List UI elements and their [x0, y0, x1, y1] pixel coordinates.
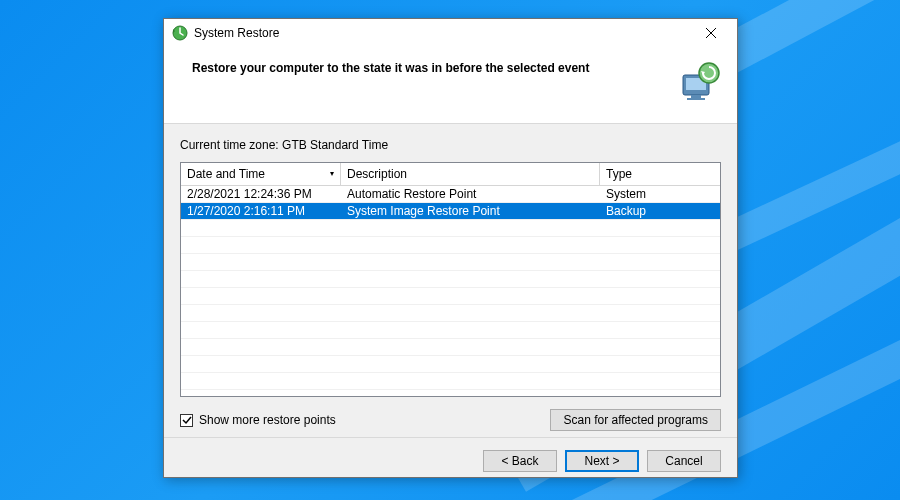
table-row [181, 271, 720, 288]
cell-description [341, 390, 600, 397]
table-body: 2/28/2021 12:24:36 PMAutomatic Restore P… [181, 186, 720, 397]
cell-date-time [181, 237, 341, 253]
table-row [181, 373, 720, 390]
checkmark-icon [182, 415, 192, 425]
table-row [181, 339, 720, 356]
table-row [181, 288, 720, 305]
cell-date-time [181, 339, 341, 355]
svg-rect-4 [687, 98, 705, 100]
cell-date-time [181, 271, 341, 287]
table-row [181, 305, 720, 322]
cell-date-time [181, 220, 341, 236]
system-restore-icon [172, 25, 188, 41]
cell-type [600, 390, 720, 397]
dialog-header: Restore your computer to the state it wa… [164, 47, 737, 124]
table-row [181, 220, 720, 237]
cell-date-time: 2/28/2021 12:24:36 PM [181, 186, 341, 202]
close-button[interactable] [691, 19, 731, 47]
cell-description [341, 305, 600, 321]
table-row [181, 356, 720, 373]
cancel-button[interactable]: Cancel [647, 450, 721, 472]
cell-type [600, 271, 720, 287]
window-title: System Restore [194, 26, 691, 40]
show-more-checkbox[interactable]: Show more restore points [180, 413, 336, 427]
cell-date-time [181, 356, 341, 372]
table-row[interactable]: 2/28/2021 12:24:36 PMAutomatic Restore P… [181, 186, 720, 203]
table-row [181, 390, 720, 397]
close-icon [706, 28, 716, 38]
cell-type [600, 305, 720, 321]
cell-description [341, 288, 600, 304]
cell-date-time [181, 254, 341, 270]
next-button[interactable]: Next > [565, 450, 639, 472]
cell-description: Automatic Restore Point [341, 186, 600, 202]
cell-description [341, 339, 600, 355]
scan-affected-button[interactable]: Scan for affected programs [550, 409, 721, 431]
table-row[interactable]: 1/27/2020 2:16:11 PMSystem Image Restore… [181, 203, 720, 220]
cell-type [600, 254, 720, 270]
column-type[interactable]: Type [600, 163, 720, 185]
cell-type: System [600, 186, 720, 202]
cell-type [600, 356, 720, 372]
column-description[interactable]: Description [341, 163, 600, 185]
column-label: Date and Time [187, 167, 265, 181]
cell-description [341, 373, 600, 389]
table-row [181, 254, 720, 271]
header-text: Restore your computer to the state it wa… [192, 61, 669, 75]
system-restore-dialog: System Restore Restore your computer to … [163, 18, 738, 478]
cell-date-time [181, 288, 341, 304]
dialog-footer: < Back Next > Cancel [164, 437, 737, 484]
titlebar: System Restore [164, 19, 737, 47]
column-date-time[interactable]: Date and Time ▾ [181, 163, 341, 185]
cell-date-time [181, 322, 341, 338]
cell-description [341, 237, 600, 253]
table-header: Date and Time ▾ Description Type [181, 163, 720, 186]
cell-description [341, 356, 600, 372]
cell-date-time [181, 373, 341, 389]
cell-date-time [181, 390, 341, 397]
svg-rect-3 [691, 95, 701, 98]
cell-description: System Image Restore Point [341, 203, 600, 219]
cell-type [600, 322, 720, 338]
cell-description [341, 271, 600, 287]
cell-type [600, 339, 720, 355]
cell-type [600, 373, 720, 389]
cell-type [600, 288, 720, 304]
timezone-label: Current time zone: GTB Standard Time [180, 138, 721, 152]
cell-type [600, 220, 720, 236]
dialog-content: Current time zone: GTB Standard Time Dat… [164, 124, 737, 437]
restore-header-icon [677, 61, 721, 105]
checkbox-box [180, 414, 193, 427]
cell-type: Backup [600, 203, 720, 219]
cell-date-time: 1/27/2020 2:16:11 PM [181, 203, 341, 219]
table-row [181, 237, 720, 254]
cell-date-time [181, 305, 341, 321]
restore-points-table: Date and Time ▾ Description Type 2/28/20… [180, 162, 721, 397]
sort-descending-icon: ▾ [330, 169, 334, 178]
table-row [181, 322, 720, 339]
cell-type [600, 237, 720, 253]
below-table-row: Show more restore points Scan for affect… [180, 409, 721, 431]
cell-description [341, 254, 600, 270]
cell-description [341, 220, 600, 236]
cell-description [341, 322, 600, 338]
checkbox-label: Show more restore points [199, 413, 336, 427]
back-button[interactable]: < Back [483, 450, 557, 472]
